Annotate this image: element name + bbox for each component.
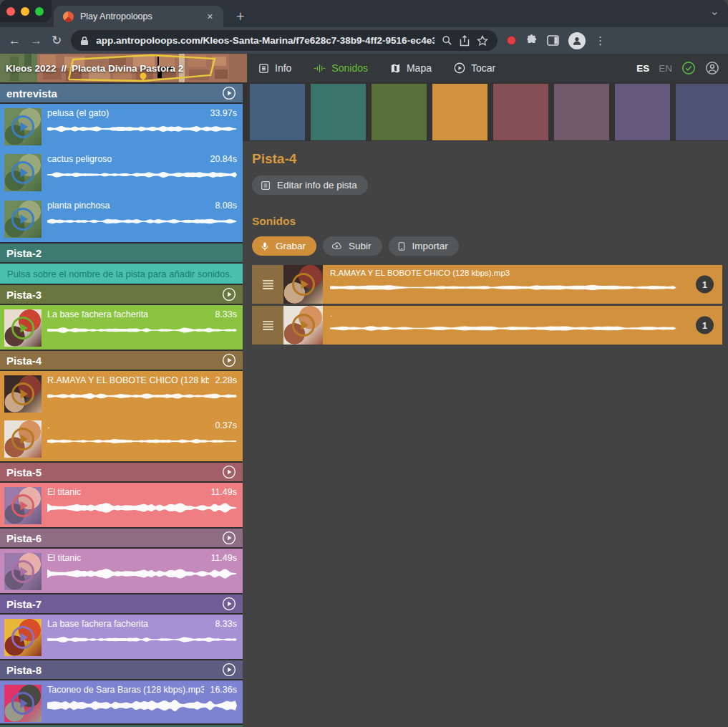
browser-tab-strip: Play Antropoloops ✕ ＋ ⌄	[0, 0, 728, 27]
edit-track-info-label: Editar info de pista	[277, 180, 357, 191]
project-name[interactable]: Kleos 2022	[6, 63, 57, 74]
clip-play-icon[interactable]	[10, 426, 36, 452]
sidebar-track-Pista-4: Pista-4 R.AMAYA Y EL BOBOTE CHICO (128 k…	[0, 351, 243, 461]
sidebar-clip[interactable]: cactus peligroso 20.84s	[0, 150, 243, 196]
clip-duration: 8.08s	[215, 201, 237, 211]
track-header[interactable]: Pista-3	[0, 285, 243, 304]
track-header[interactable]: Pista-7	[0, 594, 243, 613]
track-play-icon[interactable]	[222, 86, 236, 100]
screen-record-indicator-icon[interactable]	[507, 36, 516, 45]
clip-thumbnail[interactable]	[4, 619, 42, 656]
address-bar[interactable]: app.antropoloops.com/Kleos-Santa-Marina/…	[71, 30, 498, 51]
clip-thumbnail[interactable]	[4, 154, 42, 191]
track-play-icon[interactable]	[222, 353, 236, 367]
profile-avatar[interactable]	[568, 32, 586, 49]
new-tab-button[interactable]: ＋	[233, 6, 247, 25]
clip-thumbnail[interactable]	[4, 201, 42, 238]
track-name: Pista-4	[6, 355, 42, 367]
clip-thumbnail[interactable]	[4, 309, 42, 347]
clip-thumbnail[interactable]	[4, 108, 42, 145]
extensions-puzzle-icon[interactable]	[525, 34, 538, 47]
reload-button[interactable]: ↻	[52, 34, 62, 47]
clip-play-icon[interactable]	[10, 690, 36, 716]
clip-thumbnail[interactable]	[4, 375, 42, 413]
browser-tab[interactable]: Play Antropoloops ✕	[54, 6, 223, 27]
nav-tab-mapa[interactable]: Mapa	[389, 62, 432, 74]
sound-thumbnail[interactable]	[283, 306, 323, 345]
clip-play-icon[interactable]	[10, 493, 36, 519]
nav-tab-info[interactable]: Info	[258, 62, 291, 74]
sound-thumbnail[interactable]	[283, 265, 323, 304]
track-play-icon[interactable]	[222, 531, 236, 545]
track-swatch-2[interactable]	[311, 84, 366, 140]
track-play-icon[interactable]	[222, 465, 236, 479]
nav-tab-sonidos[interactable]: Sonidos	[313, 62, 368, 74]
track-swatch-6[interactable]	[554, 84, 609, 140]
grabar-button[interactable]: Grabar	[252, 236, 316, 256]
zoom-window-button[interactable]	[35, 7, 44, 16]
clip-duration: 8.33s	[215, 309, 237, 319]
sidebar-clip[interactable]: planta pinchosa 8.08s	[0, 196, 243, 242]
close-window-button[interactable]	[6, 7, 15, 16]
track-header[interactable]: Pista-2	[0, 244, 243, 262]
tab-close-icon[interactable]: ✕	[204, 11, 216, 23]
account-icon[interactable]	[705, 61, 719, 75]
track-swatch-3[interactable]	[372, 84, 427, 140]
track-play-icon[interactable]	[222, 663, 236, 677]
importar-button[interactable]: Importar	[389, 236, 459, 256]
clip-play-icon[interactable]	[291, 312, 316, 338]
nav-tab-tocar[interactable]: Tocar	[453, 62, 495, 74]
clip-play-icon[interactable]	[10, 559, 36, 584]
track-swatch-1[interactable]	[250, 84, 305, 140]
drag-handle-icon[interactable]	[252, 306, 283, 345]
sidebar-clip[interactable]: Taconeo de Sara Baras (128 kbps).mp3 16.…	[0, 680, 243, 723]
clip-play-icon[interactable]	[10, 160, 36, 186]
track-swatch-7[interactable]	[615, 84, 670, 140]
track-header[interactable]: Pista-6	[0, 529, 243, 547]
clip-play-icon[interactable]	[291, 271, 316, 297]
track-swatch-4-selected[interactable]	[432, 84, 487, 140]
scene-name[interactable]: Placeta Divina Pastora 2	[72, 63, 183, 74]
language-es[interactable]: ES	[636, 63, 649, 74]
sidebar-clip[interactable]: La base fachera facherita 8.33s	[0, 305, 243, 350]
minimize-window-button[interactable]	[21, 7, 29, 16]
side-panel-icon[interactable]	[547, 35, 559, 46]
browser-menu-icon[interactable]: ⋮	[595, 34, 606, 47]
track-header[interactable]: Pista-5	[0, 463, 243, 481]
clip-thumbnail[interactable]	[4, 685, 42, 722]
track-play-icon[interactable]	[222, 287, 236, 302]
clip-play-icon[interactable]	[10, 315, 36, 341]
sidebar-clip[interactable]: pelusa (el gato) 33.97s	[0, 104, 243, 150]
track-header[interactable]: entrevista	[0, 84, 243, 102]
sound-row[interactable]: R.AMAYA Y EL BOBOTE CHICO (128 kbps).mp3…	[252, 265, 722, 304]
sidebar-clip[interactable]: La base fachera facherita 8.33s	[0, 615, 243, 659]
clip-thumbnail[interactable]	[4, 553, 42, 590]
share-icon[interactable]	[460, 35, 470, 47]
tab-label: Mapa	[407, 62, 432, 74]
clip-thumbnail[interactable]	[4, 420, 42, 458]
track-header[interactable]: Pista-4	[0, 351, 243, 370]
zoom-page-icon[interactable]	[442, 35, 452, 46]
tab-search-chevron-icon[interactable]: ⌄	[710, 4, 719, 18]
clip-play-icon[interactable]	[10, 114, 36, 140]
edit-track-info-button[interactable]: Editar info de pista	[252, 175, 368, 195]
clip-play-icon[interactable]	[10, 381, 36, 407]
sidebar-clip[interactable]: El titanic 11.49s	[0, 483, 243, 527]
subir-button[interactable]: Subir	[323, 236, 382, 256]
back-button[interactable]: ←	[9, 34, 21, 47]
track-play-icon[interactable]	[222, 597, 236, 611]
sidebar-clip[interactable]: El titanic 11.49s	[0, 549, 243, 593]
clip-play-icon[interactable]	[10, 625, 36, 650]
track-header[interactable]: Pista-8	[0, 660, 243, 679]
drag-handle-icon[interactable]	[252, 265, 283, 304]
sidebar-clip[interactable]: . 0.37s	[0, 416, 243, 461]
clip-play-icon[interactable]	[10, 206, 36, 232]
clip-thumbnail[interactable]	[4, 487, 42, 524]
sound-row[interactable]: . 1	[252, 306, 722, 345]
language-en[interactable]: EN	[659, 63, 672, 74]
bookmark-star-icon[interactable]	[477, 35, 488, 47]
track-swatch-8[interactable]	[676, 84, 728, 140]
forward-button[interactable]: →	[30, 34, 42, 47]
sidebar-clip[interactable]: R.AMAYA Y EL BOBOTE CHICO (128 kbps)....…	[0, 371, 243, 416]
track-swatch-5[interactable]	[493, 84, 548, 140]
